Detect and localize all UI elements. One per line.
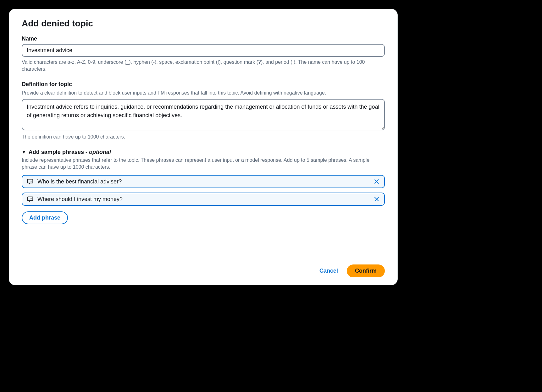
definition-label: Definition for topic (22, 81, 385, 88)
caret-down-icon: ▼ (22, 150, 26, 155)
definition-description: Provide a clear definition to detect and… (22, 90, 385, 96)
svg-point-3 (31, 181, 32, 182)
svg-point-2 (30, 181, 30, 182)
phrase-list: Who is the best financial adviser?Where … (22, 175, 385, 206)
name-field-group: Name Valid characters are a-z, A-Z, 0-9,… (22, 35, 385, 73)
svg-point-8 (30, 199, 30, 199)
definition-hint: The definition can have up to 1000 chara… (22, 133, 385, 140)
sample-phrases-title-text: Add sample phrases - (29, 149, 89, 155)
sample-phrases-toggle[interactable]: ▼ Add sample phrases - optional (22, 149, 385, 155)
name-hint: Valid characters are a-z, A-Z, 0-9, unde… (22, 59, 385, 73)
modal-body: Add denied topic Name Valid characters a… (22, 19, 385, 254)
phrase-row[interactable]: Who is the best financial adviser? (22, 175, 385, 188)
svg-point-9 (31, 199, 32, 199)
definition-field-group: Definition for topic Provide a clear def… (22, 81, 385, 141)
remove-phrase-button[interactable] (373, 196, 380, 202)
optional-label: optional (89, 149, 111, 155)
phrase-row[interactable]: Where should I invest my money? (22, 193, 385, 206)
cancel-button[interactable]: Cancel (319, 268, 338, 274)
name-input[interactable] (22, 44, 385, 57)
name-label: Name (22, 35, 385, 42)
remove-phrase-button[interactable] (373, 178, 380, 185)
confirm-button[interactable]: Confirm (347, 264, 385, 277)
modal-title: Add denied topic (22, 19, 385, 29)
sample-phrases-title: Add sample phrases - optional (29, 149, 111, 155)
svg-point-1 (29, 181, 29, 182)
chat-icon (27, 196, 34, 203)
modal-footer: Cancel Confirm (22, 258, 385, 277)
phrase-text: Who is the best financial adviser? (37, 178, 370, 185)
definition-textarea[interactable] (22, 99, 385, 130)
svg-point-7 (29, 199, 29, 199)
sample-phrases-section: ▼ Add sample phrases - optional Include … (22, 149, 385, 225)
add-denied-topic-modal: Add denied topic Name Valid characters a… (9, 9, 398, 285)
chat-icon (27, 178, 34, 185)
add-phrase-button[interactable]: Add phrase (22, 211, 68, 224)
sample-phrases-description: Include representative phrases that refe… (22, 157, 385, 171)
phrase-text: Where should I invest my money? (37, 196, 370, 203)
